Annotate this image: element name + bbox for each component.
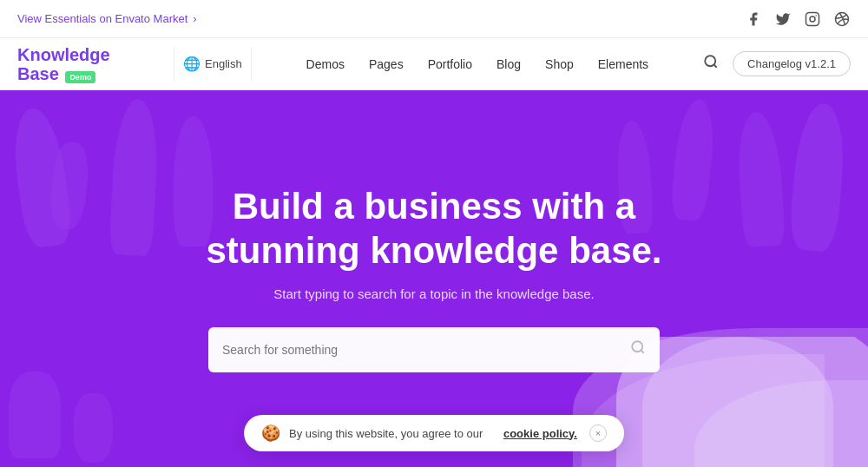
hero-section: Build a business with a stunning knowled…	[0, 90, 868, 467]
main-navbar: Knowledge Base Demo 🌐 English Demos Page…	[0, 38, 868, 90]
globe-icon: 🌐	[183, 56, 201, 72]
nav-right: Changelog v1.2.1	[703, 51, 851, 76]
hero-search-bar	[208, 327, 660, 372]
facebook-icon[interactable]	[745, 10, 762, 28]
logo[interactable]: Knowledge Base Demo	[17, 45, 156, 83]
nav-elements[interactable]: Elements	[598, 57, 648, 71]
nav-shop[interactable]: Shop	[545, 57, 574, 71]
nav-blog[interactable]: Blog	[496, 57, 521, 71]
demo-badge: Demo	[65, 71, 95, 83]
instagram-icon[interactable]	[804, 10, 821, 28]
hero-title: Build a business with a stunning knowled…	[156, 185, 712, 273]
nav-portfolio[interactable]: Portfolio	[428, 57, 472, 71]
svg-point-5	[632, 342, 642, 352]
hero-subtitle: Start typing to search for a topic in th…	[273, 286, 594, 301]
cookie-close-button[interactable]: ×	[589, 424, 607, 442]
nav-links: Demos Pages Portfolio Blog Shop Elements	[269, 57, 686, 71]
svg-point-4	[705, 56, 715, 66]
cookie-policy-link[interactable]: cookie policy.	[503, 427, 577, 440]
search-button[interactable]	[703, 54, 719, 74]
search-bar-icon	[630, 339, 646, 359]
nav-demos[interactable]: Demos	[306, 57, 345, 71]
cookie-banner: 🍪 By using this website, you agree to ou…	[244, 415, 624, 451]
announcement-bar: View Essentials on Envato Market ›	[0, 0, 868, 38]
logo-text: Knowledge Base Demo	[17, 45, 110, 83]
twitter-icon[interactable]	[774, 10, 792, 28]
language-selector[interactable]: 🌐 English	[174, 47, 252, 82]
cookie-text: By using this website, you agree to our	[289, 427, 483, 440]
changelog-button[interactable]: Changelog v1.2.1	[733, 51, 851, 76]
announcement-link[interactable]: View Essentials on Envato Market ›	[17, 12, 197, 25]
chevron-right-icon: ›	[193, 12, 196, 25]
nav-pages[interactable]: Pages	[369, 57, 404, 71]
hero-content: Build a business with a stunning knowled…	[122, 185, 746, 372]
dribbble-icon[interactable]	[833, 10, 851, 28]
search-input[interactable]	[222, 343, 621, 357]
svg-point-2	[815, 15, 817, 16]
cookie-emoji: 🍪	[261, 424, 280, 443]
language-label: English	[205, 57, 242, 70]
svg-rect-0	[806, 12, 819, 25]
svg-point-1	[810, 16, 815, 22]
social-icons-bar	[745, 10, 851, 28]
announcement-text: View Essentials on Envato Market	[17, 12, 187, 25]
